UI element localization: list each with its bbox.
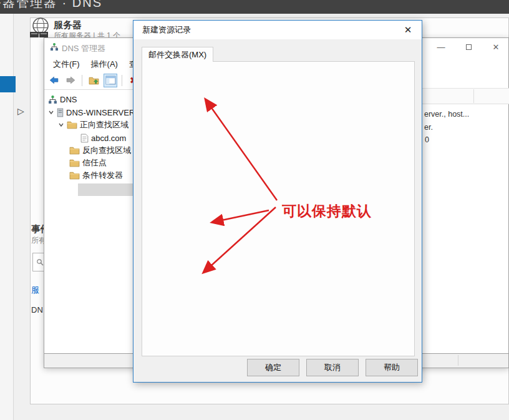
close-icon[interactable]: ✕ — [490, 42, 502, 52]
collapse-arrow-icon[interactable]: ▷ — [17, 106, 24, 116]
tree-item-conditional-forwarders[interactable]: 条件转发器 — [69, 169, 123, 182]
toolbar-separator — [82, 75, 82, 86]
server-icon — [57, 108, 64, 117]
folder-icon — [69, 171, 80, 180]
record-row-fragment[interactable]: erver., host... — [424, 110, 469, 119]
server-row-fragment: DN — [31, 305, 43, 315]
ok-button[interactable]: 确定 — [247, 359, 299, 376]
record-row-fragment[interactable]: er. — [424, 123, 433, 132]
servers-globe-icon — [29, 17, 51, 39]
folder-icon — [67, 120, 77, 129]
breadcrumb: 服务器管理器 · DNS — [0, 0, 102, 11]
menu-action[interactable]: 操作(A) — [86, 57, 123, 72]
column-divider[interactable] — [473, 89, 474, 103]
tree-item-dns-root[interactable]: DNS — [48, 93, 77, 105]
dns-app-icon — [50, 42, 59, 51]
rail-selected-item[interactable] — [0, 76, 16, 92]
folder-icon — [69, 159, 80, 167]
chevron-down-icon[interactable] — [58, 122, 64, 128]
tree-item-trust-points[interactable]: 信任点 — [69, 157, 107, 169]
dialog-title: 新建资源记录 — [142, 24, 191, 36]
dns-window-title: DNS 管理器 — [62, 43, 105, 54]
top-breadcrumb-bar: 服务器管理器 · DNS — [0, 0, 509, 14]
new-resource-record-dialog: 新建资源记录 ✕ 邮件交换器(MX) 主机或子域(H): 在默认方式，当创建邮件… — [133, 20, 422, 383]
dns-root-icon — [48, 95, 57, 104]
minimize-icon[interactable]: — — [435, 42, 447, 52]
tree-item-zone-abcd[interactable]: abcd.com — [80, 132, 126, 144]
tab-page — [142, 61, 415, 356]
cancel-button[interactable]: 取消 — [306, 359, 359, 376]
menu-file[interactable]: 文件(F) — [48, 57, 85, 72]
toolbar-separator — [122, 75, 122, 86]
servers-heading: 服务器 — [54, 19, 82, 31]
window-controls: — ✕ — [435, 38, 502, 56]
tree-item-forward-zones[interactable]: 正向查找区域 — [58, 119, 128, 131]
tree-item-server[interactable]: DNS-WINSERVER — [48, 106, 135, 119]
back-icon[interactable] — [47, 74, 61, 87]
dialog-close-icon[interactable]: ✕ — [398, 21, 418, 39]
record-row-fragment[interactable]: 0 — [425, 135, 429, 144]
console-tree-toggle-icon[interactable] — [104, 74, 117, 87]
tab-mail-exchanger[interactable]: 邮件交换器(MX) — [142, 47, 213, 62]
help-button[interactable]: 帮助 — [366, 359, 418, 376]
chevron-down-icon[interactable] — [48, 109, 54, 115]
zone-file-icon — [80, 134, 89, 143]
maximize-icon[interactable] — [462, 42, 475, 52]
folder-up-icon[interactable] — [87, 74, 100, 87]
forward-icon[interactable] — [64, 74, 77, 87]
dialog-titlebar: 新建资源记录 — [133, 21, 422, 39]
server-name-column-link[interactable]: 服 — [31, 285, 39, 296]
server-manager-left-rail — [0, 14, 14, 420]
tree-item-reverse-zones[interactable]: 反向查找区域 — [69, 144, 131, 157]
search-icon — [36, 258, 44, 266]
status-bar-divider — [458, 355, 458, 366]
folder-icon — [69, 146, 80, 155]
